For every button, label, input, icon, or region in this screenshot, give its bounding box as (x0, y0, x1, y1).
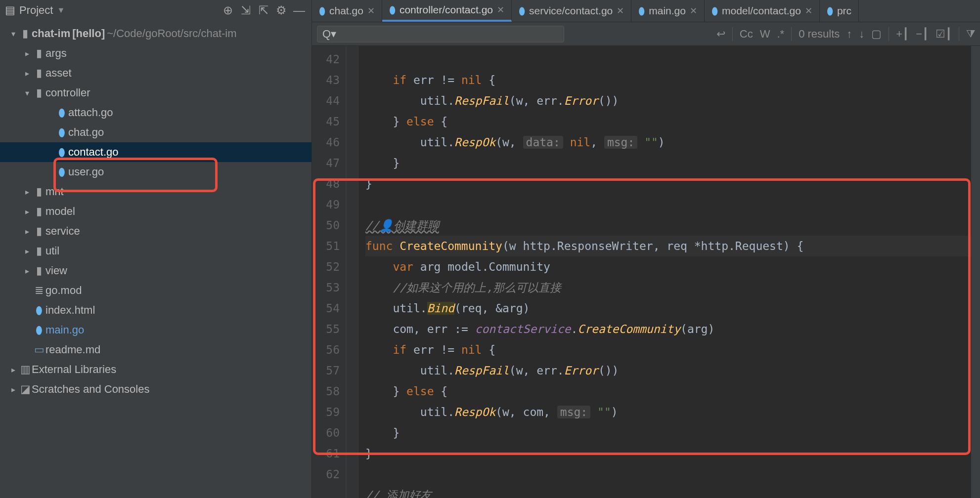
tree-row-label: util (45, 245, 59, 257)
words-toggle[interactable]: W (760, 28, 770, 41)
tab-service-contact-go[interactable]: ⬮ service/contact.go ✕ (512, 0, 631, 22)
up-arrow-icon[interactable]: ↑ (846, 28, 852, 41)
add-selection-icon[interactable]: +┃ (896, 28, 909, 41)
tree-scratches[interactable]: ▸◪Scratches and Consoles (0, 379, 312, 399)
tree-row-label: mnt (45, 185, 64, 198)
locate-icon[interactable]: ⊕ (221, 3, 235, 18)
project-dropdown[interactable]: ▤ Project ▼ (5, 4, 65, 17)
go-file-icon: ⬮ (519, 5, 525, 17)
prev-occurrence-icon[interactable]: ↩ (716, 28, 725, 41)
go-file-icon: ⬮ (712, 5, 718, 17)
tree-row-label: controller (45, 86, 90, 99)
tree-folder-view[interactable]: ▸▮view (0, 261, 312, 281)
project-sidebar: ▤ Project ▼ ⊕ ⇲ ⇱ ⚙︎ — ▾ ▮ chat-im [hell… (0, 0, 312, 498)
tree-row-label: go.mod (45, 284, 82, 297)
match-case-toggle[interactable]: Cc (740, 28, 753, 41)
chevron-right-icon: ▸ (22, 69, 33, 78)
tree-folder-model[interactable]: ▸▮model (0, 202, 312, 221)
go-file-icon: ⬮ (55, 166, 68, 178)
tab-label: model/contact.go (722, 5, 801, 17)
folder-icon: ▮ (33, 86, 45, 99)
down-arrow-icon[interactable]: ↓ (859, 28, 864, 41)
tree-row-label: chat-im (32, 27, 70, 40)
close-icon[interactable]: ✕ (367, 5, 375, 16)
tree-file-attach[interactable]: ⬮ attach.go (0, 103, 312, 123)
regex-toggle[interactable]: .* (777, 28, 784, 41)
tree-folder-util[interactable]: ▸▮util (0, 241, 312, 261)
tree-folder-controller[interactable]: ▾ ▮ controller (0, 83, 312, 103)
tree-file-user[interactable]: ⬮ user.go (0, 162, 312, 182)
tree-row-label: Scratches and Consoles (32, 383, 149, 396)
select-all-occ-icon[interactable]: ☑┃ (935, 28, 952, 41)
tree-row-label: view (45, 264, 67, 277)
tab-chat-go[interactable]: ⬮ chat.go ✕ (312, 0, 382, 22)
tree-file-maingo[interactable]: ⬮main.go (0, 320, 312, 340)
project-label: Project (19, 4, 53, 17)
hide-icon[interactable]: — (292, 3, 307, 18)
tab-label: service/contact.go (529, 5, 613, 17)
go-file-icon: ⬮ (389, 4, 396, 16)
line-number-gutter: 42 43 44 45 46 47 48 49 50 51 52 53 54 5… (312, 46, 347, 498)
tree-file-indexhtml[interactable]: ⬮index.html (0, 300, 312, 320)
code-content[interactable]: if err != nil { util.RespFail(w, err.Err… (358, 46, 980, 498)
tree-row-label: main.go (45, 324, 84, 336)
expand-all-icon[interactable]: ⇲ (238, 3, 253, 18)
close-icon[interactable]: ✕ (690, 5, 697, 16)
tree-row-label: External Libraries (32, 363, 116, 376)
find-bar: Q▾ ↩ Cc W .* 0 results ↑ ↓ ▢ +┃ −┃ ☑┃ ⧩ (312, 22, 980, 46)
tab-model-contact-go[interactable]: ⬮ model/contact.go ✕ (705, 0, 820, 22)
tree-file-chat[interactable]: ⬮ chat.go (0, 123, 312, 142)
tree-row-label: args (45, 47, 67, 60)
chevron-down-icon: ▾ (22, 88, 33, 98)
tree-external-libs[interactable]: ▸▥External Libraries (0, 360, 312, 379)
tree-row-label: service (45, 225, 80, 238)
go-file-icon: ⬮ (638, 5, 645, 17)
tab-label: main.go (649, 5, 686, 17)
search-input[interactable]: Q▾ (317, 26, 564, 42)
project-tree: ▾ ▮ chat-im [hello] ~/Code/goRoot/src/ch… (0, 21, 312, 498)
tab-label: chat.go (329, 5, 363, 17)
go-file-icon: ⬮ (55, 146, 68, 159)
close-icon[interactable]: ✕ (617, 5, 624, 16)
go-file-icon: ⬮ (827, 5, 833, 17)
tree-folder-service[interactable]: ▸▮service (0, 221, 312, 241)
project-icon: ▤ (5, 4, 15, 17)
tab-truncated[interactable]: ⬮ prc (820, 0, 859, 22)
tree-row-label: readme.md (45, 343, 100, 356)
root-suffix: [hello] (72, 27, 105, 40)
chevron-down-icon: ▾ (8, 29, 19, 39)
tree-file-contact[interactable]: ⬮ contact.go (0, 142, 312, 162)
tree-file-gomod[interactable]: ≣go.mod (0, 281, 312, 300)
chevron-down-icon: ▼ (57, 6, 65, 15)
editor-scrollbar[interactable] (971, 46, 980, 498)
folder-icon: ▮ (19, 27, 32, 40)
tree-folder-args[interactable]: ▸ ▮ args (0, 43, 312, 63)
tree-root[interactable]: ▾ ▮ chat-im [hello] ~/Code/goRoot/src/ch… (0, 24, 312, 43)
find-results: 0 results (799, 28, 840, 41)
tree-row-label: attach.go (68, 106, 113, 119)
collapse-all-icon[interactable]: ⇱ (256, 3, 271, 18)
tree-file-readme[interactable]: ▭readme.md (0, 340, 312, 360)
fold-gutter (347, 46, 358, 498)
tree-folder-asset[interactable]: ▸ ▮ asset (0, 63, 312, 83)
code-editor[interactable]: 42 43 44 45 46 47 48 49 50 51 52 53 54 5… (312, 46, 980, 498)
filter-icon[interactable]: ⧩ (966, 28, 975, 41)
tab-label: controller/contact.go (400, 4, 493, 16)
gear-icon[interactable]: ⚙︎ (274, 3, 289, 18)
editor-tab-bar: ⬮ chat.go ✕ ⬮ controller/contact.go ✕ ⬮ … (312, 0, 980, 22)
editor-area: ⬮ chat.go ✕ ⬮ controller/contact.go ✕ ⬮ … (312, 0, 980, 498)
tab-main-go[interactable]: ⬮ main.go ✕ (631, 0, 705, 22)
go-file-icon: ⬮ (319, 5, 325, 17)
tree-folder-mnt[interactable]: ▸▮mnt (0, 182, 312, 202)
select-all-icon[interactable]: ▢ (871, 28, 882, 41)
close-icon[interactable]: ✕ (497, 4, 504, 15)
close-icon[interactable]: ✕ (805, 5, 812, 16)
tree-row-label: model (45, 205, 75, 218)
tree-row-label: index.html (45, 304, 95, 317)
remove-selection-icon[interactable]: −┃ (916, 28, 929, 41)
tab-controller-contact-go[interactable]: ⬮ controller/contact.go ✕ (382, 0, 512, 22)
chevron-right-icon: ▸ (22, 49, 33, 58)
folder-icon: ▮ (33, 67, 45, 80)
tree-row-label: contact.go (68, 146, 119, 159)
tab-label: prc (837, 5, 851, 17)
